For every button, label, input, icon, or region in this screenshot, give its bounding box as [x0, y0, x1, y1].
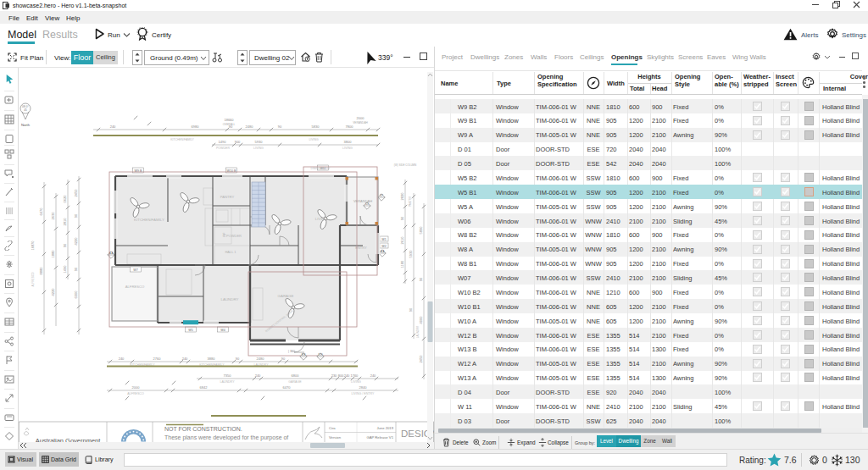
svg-text:8880: 8880	[39, 267, 43, 275]
svg-text:ALFRESCO: ALFRESCO	[31, 272, 35, 287]
svg-text:B-B: B-B	[302, 353, 306, 357]
svg-text:2630: 2630	[51, 212, 55, 220]
svg-text:45: 45	[24, 108, 27, 112]
svg-text:POWDER: POWDER	[226, 234, 242, 238]
svg-text:LIVING / ENTRY: LIVING / ENTRY	[352, 392, 375, 395]
svg-text:LIVING: LIVING	[309, 138, 318, 141]
svg-text:6842: 6842	[200, 385, 209, 390]
svg-text:Version: Version	[329, 435, 342, 440]
svg-text:W5: W5	[188, 329, 192, 332]
svg-text:2000: 2000	[132, 385, 141, 390]
svg-text:W4: W4	[220, 329, 225, 332]
svg-text:W1: W1	[381, 238, 386, 241]
svg-text:2000: 2000	[357, 116, 365, 120]
svg-text:2450: 2450	[74, 189, 78, 197]
svg-text:90: 90	[409, 307, 413, 312]
svg-text:1490: 1490	[63, 265, 67, 274]
svg-text:90: 90	[74, 267, 78, 271]
svg-text:16870: 16870	[31, 241, 35, 251]
svg-text:These plans were developed for: These plans were developed for the purpo…	[164, 434, 288, 441]
svg-text:NOT FOR CONSTRUCTION.: NOT FOR CONSTRUCTION.	[164, 426, 242, 432]
svg-text:GAP Release V1: GAP Release V1	[366, 435, 393, 440]
svg-text:6800: 6800	[292, 373, 300, 378]
svg-text:Cira: Cira	[329, 426, 336, 430]
svg-text:90: 90	[229, 124, 233, 129]
svg-text:4000: 4000	[419, 316, 423, 324]
svg-text:RF: RF	[223, 232, 226, 237]
svg-text:1180: 1180	[400, 260, 404, 268]
svg-text:5930: 5930	[255, 140, 264, 144]
svg-text:(W) SIDE COLUMN: (W) SIDE COLUMN	[394, 163, 417, 167]
svg-text:2480: 2480	[257, 357, 265, 361]
svg-text:PANTRY: PANTRY	[220, 195, 235, 199]
svg-text:LIVING: LIVING	[351, 380, 361, 384]
svg-text:2760: 2760	[153, 357, 162, 361]
svg-text:PANTRY: PANTRY	[409, 196, 412, 207]
svg-text:90: 90	[74, 213, 78, 218]
svg-text:VERANDAH: VERANDAH	[353, 199, 372, 203]
svg-text:6470: 6470	[283, 385, 292, 390]
svg-text:4220: 4220	[74, 237, 78, 246]
svg-text:| 360: | 360	[288, 350, 295, 353]
svg-text:90: 90	[278, 124, 282, 129]
svg-text:DINING ENTRY: DINING ENTRY	[311, 167, 331, 170]
svg-text:W7: W7	[133, 268, 137, 272]
svg-text:D7: D7	[380, 194, 383, 197]
svg-text:2840: 2840	[359, 385, 368, 390]
svg-text:6470: 6470	[39, 207, 43, 216]
svg-text:ALFRESCO: ALFRESCO	[125, 285, 145, 289]
svg-text:0620: 0620	[63, 195, 67, 203]
svg-text:ALFRESCO: ALFRESCO	[127, 392, 144, 395]
svg-text:KITCHEN/FAMILY: KITCHEN/FAMILY	[170, 138, 194, 141]
svg-text:5830: 5830	[312, 124, 320, 129]
svg-text:June 2019: June 2019	[376, 426, 393, 430]
svg-text:90: 90	[236, 357, 240, 361]
svg-text:GARAGE: GARAGE	[288, 380, 302, 384]
svg-text:4220: 4220	[51, 288, 55, 296]
svg-text:2610: 2610	[400, 236, 404, 245]
svg-text:240: 240	[110, 124, 116, 129]
svg-text:1490: 1490	[219, 140, 227, 144]
svg-text:KITCHEN/FAMILY: KITCHEN/FAMILY	[134, 218, 164, 222]
svg-text:240: 240	[370, 373, 376, 378]
svg-text:3800: 3800	[344, 140, 353, 144]
svg-text:2480: 2480	[246, 124, 254, 129]
svg-text:LIVING: LIVING	[253, 147, 264, 150]
svg-text:LAUNDRY: LAUNDRY	[221, 297, 239, 301]
svg-text:90: 90	[63, 243, 67, 247]
svg-text:LIVING: LIVING	[315, 217, 328, 221]
svg-text:240: 240	[182, 357, 188, 361]
svg-text:230: 230	[331, 373, 337, 378]
svg-text:GARAGE: GARAGE	[278, 294, 294, 298]
svg-text:90: 90	[400, 216, 404, 220]
svg-text:A-A: A-A	[381, 250, 385, 253]
svg-text:240 1760: 240 1760	[344, 373, 359, 378]
svg-text:LAUNDRY: LAUNDRY	[220, 380, 235, 384]
svg-text:90: 90	[419, 277, 423, 281]
svg-text:2820: 2820	[400, 192, 404, 201]
svg-text:2450: 2450	[419, 355, 423, 363]
svg-text:5930: 5930	[409, 250, 413, 258]
svg-text:7800: 7800	[346, 124, 354, 129]
svg-text:LAUNDRY: LAUNDRY	[416, 326, 420, 338]
svg-text:North: North	[21, 123, 31, 127]
svg-text:HALL 1: HALL 1	[225, 250, 236, 254]
svg-text:W2: W2	[381, 245, 386, 248]
svg-text:900: 900	[235, 140, 241, 144]
svg-text:2810: 2810	[63, 218, 67, 226]
svg-text:7350: 7350	[224, 373, 232, 378]
svg-text:3880: 3880	[208, 357, 216, 361]
svg-text:5890: 5890	[419, 226, 423, 235]
svg-text:POWDER: POWDER	[216, 147, 231, 150]
svg-text:1880: 1880	[51, 250, 55, 258]
svg-text:240: 240	[119, 357, 125, 361]
svg-text:LIVING: LIVING	[342, 147, 353, 150]
svg-text:6980: 6980	[192, 124, 200, 129]
svg-text:18660: 18660	[224, 118, 234, 122]
svg-text:6000: 6000	[74, 290, 78, 299]
svg-text:90: 90	[281, 357, 286, 361]
svg-text:D19: D19	[318, 353, 323, 357]
svg-text:240: 240	[255, 373, 261, 378]
svg-text:D1: D1	[365, 202, 369, 206]
svg-text:VERANDAH: VERANDAH	[353, 121, 368, 124]
